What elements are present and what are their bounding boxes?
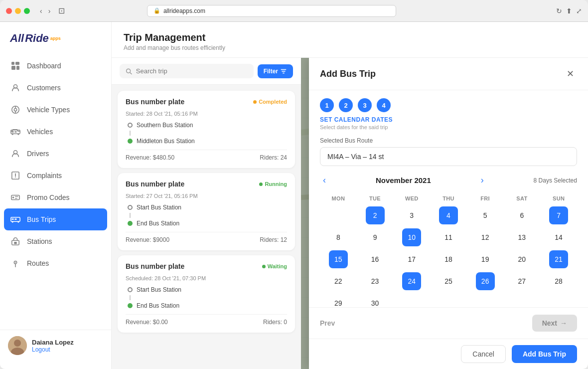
calendar-day[interactable]: 23 [357,270,394,292]
sidebar-item-customers[interactable]: Customers [0,77,111,99]
calendar-day[interactable]: 20 [504,248,541,270]
calendar-day[interactable]: 2 [357,204,394,226]
search-bar: Filter [112,58,301,85]
bottom-actions: Cancel Add Bus Trip [309,339,588,369]
calendar-day[interactable]: 21 [540,248,577,270]
trip-riders-1: Riders: 24 [260,154,287,161]
calendar-day[interactable] [467,292,504,307]
calendar-day[interactable]: 6 [504,204,541,226]
modal-close-button[interactable]: ✕ [563,67,577,81]
stop-icon-2a [128,205,133,210]
calendar-day[interactable]: 11 [430,226,467,248]
minimize-button[interactable] [15,8,21,14]
trip-plate-1: Bus number plate [126,98,184,106]
sidebar-item-routes[interactable]: Routes [0,252,111,274]
calendar-day[interactable]: 29 [320,292,357,307]
cancel-button[interactable]: Cancel [461,345,506,363]
calendar-day[interactable]: 12 [467,226,504,248]
cal-col-thu: THU [430,192,467,204]
calendar-day[interactable] [393,292,430,307]
route-field-input[interactable] [320,147,577,166]
sidebar-item-stations[interactable]: Stations [0,230,111,252]
calendar-day[interactable]: 13 [504,226,541,248]
step-3[interactable]: 3 [358,98,372,112]
calendar-day[interactable] [430,292,467,307]
logout-link[interactable]: Logout [32,346,74,353]
trip-route-2: Start Bus Station End Bus Station [126,204,287,227]
sidebar-item-vehicle-types[interactable]: Vehicle Types [0,99,111,121]
calendar-day[interactable]: 17 [393,248,430,270]
calendar-day[interactable]: 5 [467,204,504,226]
calendar-day[interactable] [540,292,577,307]
reload-button[interactable]: ↻ [556,7,562,15]
route-stop-1b: Middleton Bus Station [128,138,287,145]
status-dot-1 [253,100,257,104]
calendar-day[interactable]: 7 [540,204,577,226]
next-button[interactable]: Next → [532,315,577,332]
route-stop-3b: End Bus Station [128,302,287,309]
drivers-icon [10,148,21,159]
table-row[interactable]: Bus number plate Completed Started: 28 O… [118,91,295,168]
trip-plate-2: Bus number plate [126,180,184,188]
zoom-button[interactable]: ⤢ [576,7,582,15]
calendar-day[interactable]: 15 [320,248,357,270]
filter-button[interactable]: Filter [258,64,293,78]
step-2[interactable]: 2 [339,98,353,112]
forward-button[interactable]: › [46,6,53,16]
route-line-2 [130,213,131,218]
trip-started-2: Started: 27 Oct '21, 05:16 PM [126,193,287,199]
sidebar-item-label-drivers: Drivers [27,150,49,158]
sidebar-item-label-dashboard: Dashboard [27,62,61,70]
calendar-day[interactable] [504,292,541,307]
stop-icon-3b [128,303,133,308]
svg-point-19 [12,196,14,198]
calendar-day[interactable]: 27 [504,270,541,292]
prev-button[interactable]: Prev [320,319,335,327]
sidebar-item-vehicles[interactable]: Vehicles [0,121,111,143]
calendar-day[interactable]: 26 [467,270,504,292]
sidebar-item-dashboard[interactable]: Dashboard [0,55,111,77]
calendar-day[interactable] [320,204,357,226]
calendar-day[interactable]: 22 [320,270,357,292]
share-button[interactable]: ⬆ [566,7,572,15]
calendar-day[interactable]: 9 [357,226,394,248]
logo-accent-text: apps [50,36,61,41]
calendar-next-button[interactable]: › [478,174,487,186]
calendar-day[interactable]: 18 [430,248,467,270]
page-title: Trip Management [124,32,576,43]
table-row[interactable]: Bus number plate Running Started: 27 Oct… [118,173,295,250]
step-1[interactable]: 1 [320,98,334,112]
calendar-day[interactable]: 8 [320,226,357,248]
calendar-day[interactable]: 16 [357,248,394,270]
step-4[interactable]: 4 [377,98,391,112]
cal-col-mon: MON [320,192,357,204]
close-button[interactable] [6,8,12,14]
calendar-day[interactable]: 10 [393,226,430,248]
route-field-label: Selected Bus Route [320,137,577,144]
calendar-day[interactable]: 19 [467,248,504,270]
sidebar-item-drivers[interactable]: Drivers [0,143,111,165]
sidebar-item-complaints[interactable]: Complaints [0,165,111,186]
sidebar-toggle[interactable]: ⊡ [58,6,65,15]
trip-started-1: Started: 28 Oct '21, 05:16 PM [126,111,287,117]
search-input[interactable] [136,67,248,75]
sidebar-item-bus-trips[interactable]: Bus Trips [4,208,107,230]
add-bus-trip-button[interactable]: Add Bus Trip [512,345,577,363]
calendar-day[interactable]: 3 [393,204,430,226]
svg-line-35 [130,72,132,74]
table-row[interactable]: Bus number plate Waiting Scheduled: 28 O… [118,255,295,333]
calendar-day[interactable]: 28 [540,270,577,292]
content-area: Filter Bus number plate [112,58,588,369]
calendar-day[interactable]: 25 [430,270,467,292]
sidebar-item-promo-codes[interactable]: Promo Codes [0,186,111,208]
trip-footer-3: Revenue: $0.00 Riders: 0 [126,314,287,326]
calendar-month: November 2021 [376,176,431,184]
calendar-day[interactable]: 24 [393,270,430,292]
calendar-day[interactable]: 30 [357,292,394,307]
calendar-day[interactable]: 14 [540,226,577,248]
calendar-day[interactable]: 4 [430,204,467,226]
maximize-button[interactable] [24,8,30,14]
calendar-prev-button[interactable]: ‹ [320,174,329,186]
back-button[interactable]: ‹ [38,6,44,16]
svg-point-32 [14,340,21,347]
